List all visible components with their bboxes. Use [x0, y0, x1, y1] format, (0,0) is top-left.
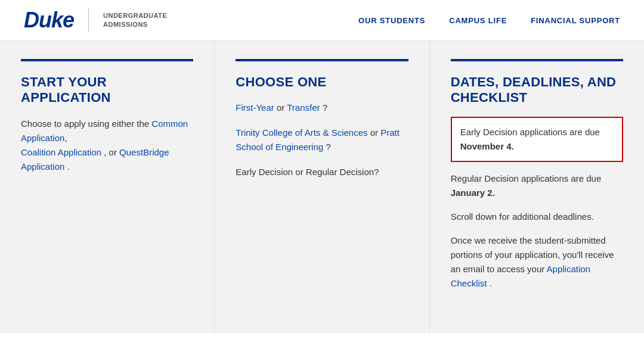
nav-our-students[interactable]: OUR STUDENTS: [358, 16, 425, 25]
column-top-bar-3: [451, 59, 623, 61]
choose-line2: Trinity College of Arts & Sciences or Pr…: [236, 126, 408, 154]
column-dates-deadlines: DATES, DEADLINES, AND CHECKLIST Early De…: [430, 41, 644, 333]
regular-decision-bold: January 2.: [451, 188, 495, 198]
column-top-bar-2: [236, 59, 408, 61]
scroll-section: Scroll down for additional deadlines.: [451, 210, 623, 224]
choose-line1-suffix: ?: [323, 102, 327, 113]
body-or-text: , or: [104, 147, 119, 157]
body-period: .: [67, 161, 70, 172]
nav-campus-life[interactable]: CAMPUS LIFE: [449, 16, 507, 25]
column-title-dates: DATES, DEADLINES, AND CHECKLIST: [451, 74, 623, 106]
early-decision-text: Early Decision applications are due: [460, 127, 600, 137]
link-trinity-college[interactable]: Trinity College of Arts & Sciences: [236, 127, 367, 138]
column-choose-one: CHOOSE ONE First-Year or Transfer ? Trin…: [215, 41, 429, 333]
choose-line3: Early Decision or Regular Decision?: [236, 165, 408, 179]
column-title-choose: CHOOSE ONE: [236, 74, 408, 90]
column-body-choose: First-Year or Transfer ? Trinity College…: [236, 101, 408, 179]
link-coalition-application[interactable]: Coalition Application: [21, 147, 101, 157]
duke-logo: Duke: [24, 10, 74, 31]
scroll-text: Scroll down for additional deadlines.: [451, 211, 594, 222]
header-divider: [88, 8, 89, 32]
early-decision-bold: November 4.: [460, 141, 514, 151]
regular-decision-text: Regular Decision applications are due: [451, 173, 602, 183]
column-body-dates: Early Decision applications are due Nove…: [451, 117, 623, 291]
body-intro-text: Choose to apply using either the: [21, 119, 151, 129]
header-brand: Duke UNDERGRADUATE ADMISSIONS: [24, 8, 167, 32]
column-title-start: START YOUR APPLICATION: [21, 74, 193, 106]
main-nav: OUR STUDENTS CAMPUS LIFE FINANCIAL SUPPO…: [358, 16, 620, 25]
choose-line2-suffix: ?: [326, 142, 330, 152]
column-top-bar-1: [21, 59, 193, 61]
main-content: START YOUR APPLICATION Choose to apply u…: [0, 41, 644, 333]
regular-decision-section: Regular Decision applications are due Ja…: [451, 172, 623, 200]
link-transfer[interactable]: Transfer: [287, 102, 320, 113]
link-first-year[interactable]: First-Year: [236, 102, 274, 113]
checklist-suffix: .: [490, 278, 492, 288]
choose-line1: First-Year or Transfer ?: [236, 101, 408, 115]
checklist-section: Once we receive the student-submitted po…: [451, 233, 623, 291]
header-subtitle: UNDERGRADUATE ADMISSIONS: [103, 11, 167, 30]
site-header: Duke UNDERGRADUATE ADMISSIONS OUR STUDEN…: [0, 0, 644, 41]
column-start-application: START YOUR APPLICATION Choose to apply u…: [0, 41, 215, 333]
column-body-start: Choose to apply using either the Common …: [21, 117, 193, 174]
early-decision-highlight-box: Early Decision applications are due Nove…: [451, 117, 623, 162]
nav-financial-support[interactable]: FINANCIAL SUPPORT: [531, 16, 620, 25]
